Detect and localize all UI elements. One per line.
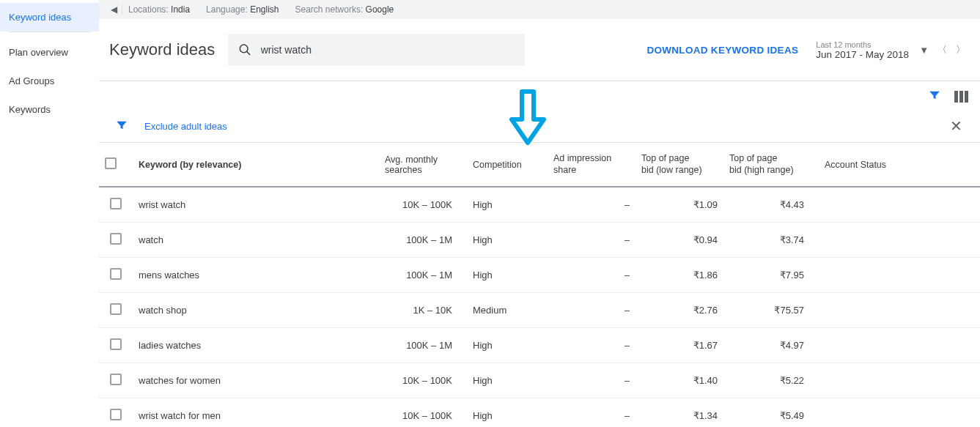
cell-searches: 1K – 10K [379,293,467,328]
toolbar-icons [99,81,980,110]
cell-account-status [819,363,980,398]
download-keyword-ideas-button[interactable]: DOWNLOAD KEYWORD IDEAS [646,45,798,56]
cell-low-bid: ₹0.94 [635,223,723,258]
cell-ad-impression: – [548,187,635,223]
cell-competition: High [467,187,548,223]
svg-point-0 [240,45,248,53]
cell-searches: 10K – 100K [379,363,467,398]
cell-low-bid: ₹1.09 [635,187,723,223]
row-checkbox[interactable] [110,303,122,315]
col-keyword[interactable]: Keyword (by relevance) [133,143,379,187]
columns-icon[interactable] [954,91,968,103]
table-row: wrist watch10K – 100KHigh–₹1.09₹4.43 [99,187,980,223]
networks-label: Search networks: [295,4,364,15]
svg-line-1 [247,51,251,55]
cell-low-bid: ₹1.40 [635,363,723,398]
page-title: Keyword ideas [109,40,215,59]
row-checkbox[interactable] [110,409,122,420]
locations-value[interactable]: India [171,4,190,15]
collapse-sidebar-icon[interactable]: ◀ [106,4,122,15]
col-low-bid[interactable]: Top of pagebid (low range) [635,143,723,187]
cell-keyword[interactable]: mens watches [133,258,379,293]
col-ad-impression[interactable]: Ad impressionshare [548,143,635,187]
cell-competition: High [467,328,548,363]
header-bar: Keyword ideas DOWNLOAD KEYWORD IDEAS Las… [99,19,980,81]
col-account-status[interactable]: Account Status [819,143,980,187]
sidebar-item-ad-groups[interactable]: Ad Groups [0,67,99,95]
sidebar: Keyword ideas Plan overview Ad Groups Ke… [0,0,99,427]
search-icon [238,42,251,57]
sidebar-item-keywords[interactable]: Keywords [0,95,99,124]
chevron-left-icon[interactable]: 〈 [933,40,951,59]
search-input[interactable] [261,44,515,56]
sidebar-item-plan-overview[interactable]: Plan overview [0,38,99,67]
row-checkbox[interactable] [110,374,122,385]
cell-searches: 10K – 100K [379,187,467,223]
cell-competition: High [467,223,548,258]
cell-account-status [819,328,980,363]
cell-competition: High [467,398,548,427]
select-all-checkbox[interactable] [105,157,117,169]
cell-competition: High [467,258,548,293]
cell-high-bid: ₹5.22 [723,363,819,398]
cell-ad-impression: – [548,223,635,258]
table-row: watch shop1K – 10KMedium–₹2.76₹75.57 [99,293,980,328]
cell-keyword[interactable]: ladies watches [133,328,379,363]
cell-searches: 100K – 1M [379,328,467,363]
cell-keyword[interactable]: watch shop [133,293,379,328]
topbar: ◀ Locations: India Language: English Sea… [99,0,980,19]
cell-competition: High [467,363,548,398]
keyword-table: Keyword (by relevance) Avg. monthly sear… [99,142,980,427]
date-range-picker[interactable]: Last 12 months Jun 2017 - May 2018 ▼ 〈 〉 [816,40,970,60]
cell-account-status [819,398,980,427]
cell-ad-impression: – [548,258,635,293]
cell-ad-impression: – [548,328,635,363]
cell-searches: 10K – 100K [379,398,467,427]
networks-value[interactable]: Google [366,4,394,15]
cell-high-bid: ₹4.43 [723,187,819,223]
table-row: ladies watches100K – 1MHigh–₹1.67₹4.97 [99,328,980,363]
sidebar-item-keyword-ideas[interactable]: Keyword ideas [0,3,99,31]
locations-label: Locations: [128,4,169,15]
table-row: watch100K – 1MHigh–₹0.94₹3.74 [99,223,980,258]
cell-high-bid: ₹4.97 [723,328,819,363]
cell-account-status [819,258,980,293]
filter-icon[interactable] [928,89,941,104]
cell-searches: 100K – 1M [379,258,467,293]
filter-row: Exclude adult ideas ✕ [99,110,980,142]
chevron-down-icon[interactable]: ▼ [915,42,933,59]
row-checkbox[interactable] [110,338,122,350]
col-high-bid[interactable]: Top of pagebid (high range) [723,143,819,187]
col-competition[interactable]: Competition [467,143,548,187]
cell-account-status [819,187,980,223]
chevron-right-icon[interactable]: 〉 [951,40,970,59]
cell-high-bid: ₹3.74 [723,223,819,258]
row-checkbox[interactable] [110,233,122,245]
cell-keyword[interactable]: watch [133,223,379,258]
cell-account-status [819,293,980,328]
date-range-value: Jun 2017 - May 2018 [816,49,909,60]
language-value[interactable]: English [250,4,279,15]
cell-high-bid: ₹5.49 [723,398,819,427]
date-range-label: Last 12 months [816,40,909,49]
search-box[interactable] [228,34,525,66]
exclude-adult-ideas-link[interactable]: Exclude adult ideas [144,121,227,132]
language-label: Language: [206,4,248,15]
close-icon[interactable]: ✕ [950,117,962,135]
cell-searches: 100K – 1M [379,223,467,258]
row-checkbox[interactable] [110,198,122,209]
cell-keyword[interactable]: wrist watch [133,187,379,223]
col-avg-searches[interactable]: Avg. monthly searches [379,143,467,187]
cell-account-status [819,223,980,258]
cell-high-bid: ₹7.95 [723,258,819,293]
cell-keyword[interactable]: wrist watch for men [133,398,379,427]
row-checkbox[interactable] [110,268,122,280]
cell-ad-impression: – [548,363,635,398]
cell-low-bid: ₹1.34 [635,398,723,427]
table-row: wrist watch for men10K – 100KHigh–₹1.34₹… [99,398,980,427]
cell-high-bid: ₹75.57 [723,293,819,328]
table-row: watches for women10K – 100KHigh–₹1.40₹5.… [99,363,980,398]
filter-funnel-icon[interactable] [115,119,128,134]
cell-competition: Medium [467,293,548,328]
cell-keyword[interactable]: watches for women [133,363,379,398]
